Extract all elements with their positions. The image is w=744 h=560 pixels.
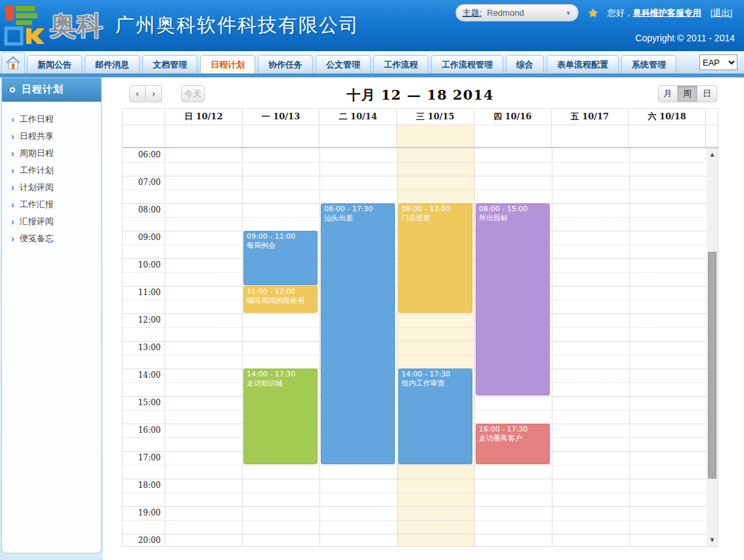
calendar-event[interactable]: 16:00 - 17:30走访番禺客户 [476,424,550,464]
event-time: 08:00 - 17:30 [324,205,392,214]
scrollbar-thumb[interactable] [708,252,716,479]
main-panel: ‹ › 今天 十月 12 — 18 2014 月周日 日 10/12一 10/1… [103,77,744,560]
calendar-event[interactable]: 09:00 - 11:00每周例会 [243,231,318,285]
nav-tab-5[interactable]: 协作任务 [258,55,313,73]
calendar-event[interactable]: 14:00 - 17:30走访知识城 [243,369,318,464]
home-button[interactable] [1,52,25,73]
sidebar-item-label: 便笺备忘 [20,233,54,245]
event-time: 16:00 - 17:30 [479,425,547,434]
half-hour-row[interactable] [123,190,718,203]
nav-tab-11[interactable]: 系统管理 [621,55,676,73]
nav-tab-9[interactable]: 综合 [506,55,544,73]
calendar-event[interactable]: 08:00 - 12:00门店巡查 [398,203,472,313]
nav-tab-8[interactable]: 工作流程管理 [431,55,503,73]
sidebar-item-3[interactable]: ›周期日程 [11,145,101,162]
sidebar-item-7[interactable]: ›汇报评阅 [11,213,101,230]
chevron-right-icon: › [11,199,14,210]
hour-row[interactable] [123,479,718,492]
sidebar-item-8[interactable]: ›便笺备忘 [11,230,101,247]
logout-link[interactable]: [退出] [711,7,732,19]
calendar-event[interactable]: 08:00 - 17:30汕头出差 [321,203,395,464]
nav-tab-2[interactable]: 邮件消息 [85,55,140,73]
sidebar-item-1[interactable]: ›工作日程 [11,111,101,128]
nav-tab-6[interactable]: 公文管理 [316,55,371,73]
column-divider [629,148,630,546]
nav-tabs: 新闻公告邮件消息文档管理日程计划协作任务公文管理工作流程工作流程管理综合表单流程… [27,55,744,73]
time-label-19: 19:00 [123,506,161,517]
nav-tab-3[interactable]: 文档管理 [142,55,197,73]
chevron-right-icon: › [11,165,14,176]
eap-select[interactable]: EAP [699,54,737,70]
event-time: 14:00 - 17:30 [402,370,470,379]
allday-cell-10/16[interactable] [474,125,551,147]
column-divider [242,148,243,546]
hour-row[interactable] [123,341,718,355]
allday-cell-10/18[interactable] [628,125,705,147]
theme-dropdown[interactable]: 主题: Redmond ▼ [455,4,579,22]
hour-row[interactable] [123,534,718,546]
circle-bullet-icon [10,87,15,92]
nav-tab-4[interactable]: 日程计划 [200,55,255,73]
view-button-2[interactable]: 周 [678,85,697,102]
nav-tab-7[interactable]: 工作流程 [373,55,428,73]
sidebar-item-label: 工作计划 [20,165,54,176]
column-divider [320,148,320,546]
nav-tab-10[interactable]: 表单流程配置 [547,55,619,73]
event-time: 11:00 - 12:00 [247,287,315,296]
calendar-title: 十月 12 — 18 2014 [122,86,718,104]
half-hour-row[interactable] [123,327,718,341]
sidebar-item-6[interactable]: ›工作汇报 [11,196,101,213]
event-time: 08:00 - 12:00 [402,205,470,214]
time-label-16: 16:00 [123,424,161,435]
top-header: 奥科 广州奥科软件科技有限公司 主题: Redmond ▼ ★ 您好，奥科维护客… [0,0,744,51]
vertical-scrollbar[interactable]: ▲ ▼ [707,148,718,546]
header-right: 主题: Redmond ▼ ★ 您好，奥科维护客服专用 [退出] [455,4,732,22]
half-hour-row[interactable] [123,465,718,479]
time-label-10: 10:00 [123,258,161,270]
chevron-right-icon: › [11,182,14,193]
calendar-event[interactable]: 14:00 - 17:30组内工作审查 [398,369,472,464]
half-hour-row[interactable] [123,355,718,369]
half-hour-row[interactable] [123,520,718,534]
favorite-star-icon[interactable]: ★ [588,6,598,20]
view-button-3[interactable]: 日 [697,85,717,102]
sidebar-item-2[interactable]: ›日程共享 [11,128,101,145]
column-divider [552,148,552,546]
scroll-down-icon[interactable]: ▼ [707,535,718,545]
view-button-1[interactable]: 月 [658,85,678,102]
allday-cell-10/13[interactable] [242,125,320,147]
hour-row[interactable] [123,506,718,520]
scroll-up-icon[interactable]: ▲ [707,150,718,159]
allday-cell-10/14[interactable] [319,125,396,147]
time-label-6: 06:00 [123,148,161,159]
user-link[interactable]: 奥科维护客服专用 [633,8,701,18]
chevron-down-icon: ▼ [566,10,571,16]
sidebar-header: 日程计划 [2,78,101,102]
hour-row[interactable] [123,313,718,327]
calendar-event[interactable]: 08:00 - 15:00外出投标 [476,203,550,395]
main-nav: 新闻公告邮件消息文档管理日程计划协作任务公文管理工作流程工作流程管理综合表单流程… [0,51,744,73]
half-hour-row[interactable] [123,162,718,176]
column-divider [397,148,398,546]
time-label-13: 13:00 [123,341,161,352]
allday-cell-10/12[interactable] [165,125,242,147]
event-title: 组内工作审查 [402,379,470,388]
allday-cell-10/17[interactable] [551,125,629,147]
sidebar-item-4[interactable]: ›工作计划 [11,162,101,179]
day-header-row: 日 10/12一 10/13二 10/14三 10/15四 10/16五 10/… [123,109,718,125]
day-header-spacer [705,109,718,125]
allday-cell-10/15[interactable] [396,125,474,147]
greeting-prefix: 您好， [608,8,633,18]
sidebar-item-5[interactable]: ›计划评阅 [11,179,101,196]
day-header-10/12: 日 10/12 [165,109,242,125]
half-hour-row[interactable] [123,492,718,506]
sidebar-title: 日程计划 [22,83,64,96]
hour-row[interactable] [123,176,718,190]
calendar-event[interactable]: 11:00 - 12:00编写周四的投标书 [243,286,318,313]
hour-row[interactable] [123,148,718,162]
brand: 奥科 广州奥科软件科技有限公司 [3,3,360,49]
logo-text: 奥科 [50,8,104,44]
event-title: 编写周四的投标书 [247,296,315,306]
nav-tab-1[interactable]: 新闻公告 [27,55,82,73]
day-header-10/17: 五 10/17 [551,109,629,125]
